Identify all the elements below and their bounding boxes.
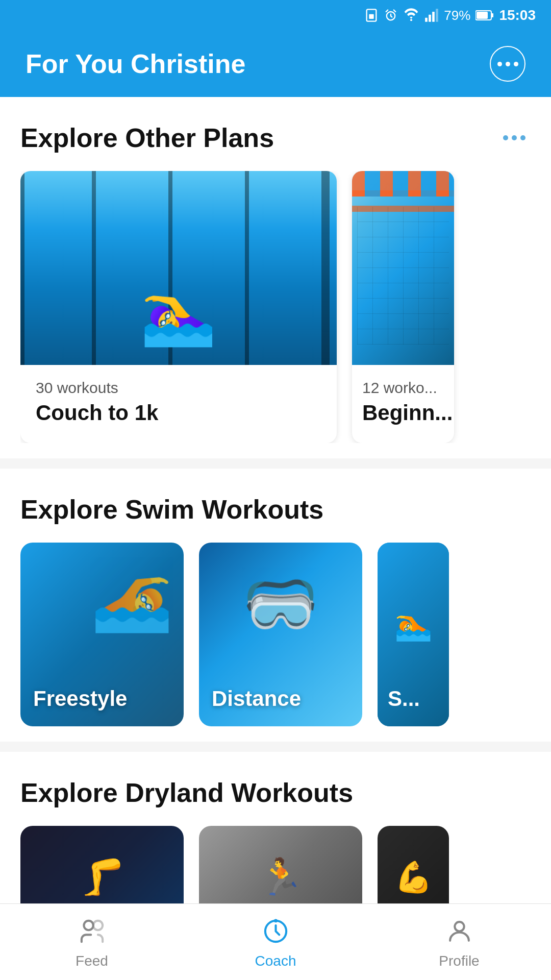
svg-rect-9 <box>429 15 431 22</box>
plans-carousel: 30 workouts Couch to 1k 12 worko... Begi… <box>20 171 531 443</box>
nav-item-feed[interactable]: Feed <box>0 907 184 977</box>
more-dot-1 <box>503 135 508 140</box>
dryland-card-1-content: 🦵 <box>20 826 184 903</box>
svg-point-19 <box>455 922 464 931</box>
plan-card-1-name: Couch to 1k <box>36 401 321 425</box>
svg-rect-13 <box>491 13 493 17</box>
dot-1 <box>497 62 502 66</box>
explore-plans-section: Explore Other Plans 30 workouts Couch to… <box>0 97 551 458</box>
partial-swim-card[interactable]: 🏊 S... <box>378 543 449 726</box>
dot-2 <box>506 62 510 66</box>
profile-label: Profile <box>439 953 479 969</box>
svg-line-6 <box>394 10 396 12</box>
svg-rect-8 <box>425 18 428 22</box>
status-bar: 79% 15:03 <box>0 0 551 31</box>
explore-dryland-title: Explore Dryland Workouts <box>20 777 353 808</box>
main-content: Explore Other Plans 30 workouts Couch to… <box>0 97 551 903</box>
plan-card-1[interactable]: 30 workouts Couch to 1k <box>20 171 337 443</box>
battery-percent: 79% <box>444 8 470 23</box>
plan-card-1-image <box>20 171 337 365</box>
more-dot-2 <box>512 135 517 140</box>
svg-point-7 <box>410 19 412 21</box>
battery-icon <box>475 10 494 21</box>
dryland-card-2[interactable]: 🏃 <box>199 826 362 903</box>
nav-item-coach[interactable]: Coach <box>184 907 367 977</box>
grid-pattern <box>357 207 449 345</box>
dryland-card-2-content: 🏃 <box>199 826 362 903</box>
distance-card[interactable]: Distance <box>199 543 362 726</box>
svg-rect-10 <box>432 12 435 22</box>
explore-dryland-section: Explore Dryland Workouts 🦵 🏃 💪 <box>0 752 551 903</box>
time: 15:03 <box>499 7 536 23</box>
freestyle-card[interactable]: Freestyle <box>20 543 184 726</box>
more-dot-3 <box>520 135 525 140</box>
svg-line-5 <box>386 10 388 12</box>
svg-point-15 <box>84 921 93 930</box>
svg-point-16 <box>93 921 102 930</box>
page-title: For You Christine <box>26 48 245 79</box>
partial-swim-label: S... <box>388 687 420 711</box>
plan-card-2-name: Beginn... <box>362 401 444 425</box>
explore-plans-title: Explore Other Plans <box>20 122 274 153</box>
profile-icon <box>443 915 476 948</box>
dryland-card-3-content: 💪 <box>378 826 449 903</box>
sim-icon <box>364 8 379 22</box>
coach-label: Coach <box>255 953 296 969</box>
plan-card-1-workouts: 30 workouts <box>36 379 321 397</box>
distance-bg: Distance <box>199 543 362 726</box>
feed-icon <box>76 915 109 948</box>
plan-card-2-workouts: 12 worko... <box>362 379 444 397</box>
dryland-card-3[interactable]: 💪 <box>378 826 449 903</box>
lane-lines <box>352 171 454 197</box>
more-options-button[interactable] <box>490 46 525 82</box>
swim-workouts-carousel: Freestyle Distance 🏊 S... <box>20 543 531 726</box>
plan-card-2-body: 12 worko... Beginn... <box>352 365 454 443</box>
explore-plans-header: Explore Other Plans <box>20 122 531 153</box>
svg-rect-11 <box>436 9 438 22</box>
plan-card-2[interactable]: 12 worko... Beginn... <box>352 171 454 443</box>
wifi-icon <box>403 8 419 22</box>
explore-swim-section: Explore Swim Workouts Freestyle Distance… <box>0 469 551 742</box>
distance-label: Distance <box>212 687 301 711</box>
dryland-card-1[interactable]: 🦵 <box>20 826 184 903</box>
feed-label: Feed <box>76 953 108 969</box>
partial-swim-icon: 🏊 <box>383 563 444 685</box>
divider-2 <box>0 742 551 752</box>
divider-1 <box>0 458 551 469</box>
signal-icon <box>424 8 439 22</box>
explore-dryland-header: Explore Dryland Workouts <box>20 777 531 808</box>
plan-card-1-body: 30 workouts Couch to 1k <box>20 365 337 443</box>
nav-item-profile[interactable]: Profile <box>367 907 551 977</box>
explore-swim-title: Explore Swim Workouts <box>20 494 323 525</box>
svg-rect-14 <box>477 12 488 19</box>
plan-card-2-image <box>352 171 454 365</box>
dryland-workouts-carousel: 🦵 🏃 💪 <box>20 826 531 903</box>
explore-plans-more-button[interactable] <box>498 130 531 145</box>
svg-rect-1 <box>369 14 374 19</box>
coach-icon <box>259 915 292 948</box>
status-icons: 79% 15:03 <box>364 7 536 23</box>
freestyle-label: Freestyle <box>33 687 127 711</box>
partial-swim-bg: 🏊 S... <box>378 543 449 726</box>
svg-line-4 <box>391 16 392 17</box>
dot-3 <box>514 62 518 66</box>
explore-swim-header: Explore Swim Workouts <box>20 494 531 525</box>
freestyle-bg: Freestyle <box>20 543 184 726</box>
svg-point-18 <box>274 919 278 922</box>
bottom-navigation: Feed Coach Profile <box>0 903 551 980</box>
app-header: For You Christine <box>0 31 551 97</box>
alarm-icon <box>384 8 398 22</box>
